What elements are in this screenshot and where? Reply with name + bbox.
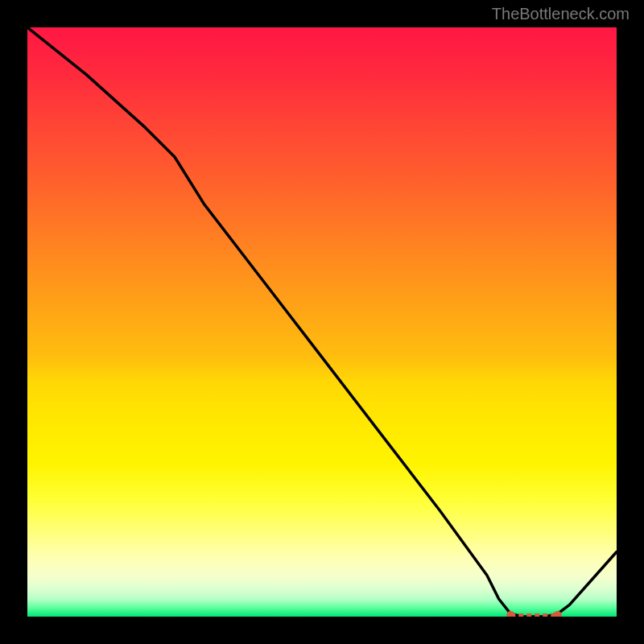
flat-band-dot-start — [506, 611, 514, 617]
attribution-text: TheBottleneck.com — [492, 5, 630, 23]
chart-series-curve — [27, 27, 617, 617]
flat-band-dot-end — [554, 611, 562, 617]
chart-line-svg — [27, 27, 617, 617]
chart-flat-band-marker — [506, 611, 562, 617]
chart-plot-area — [27, 27, 617, 617]
